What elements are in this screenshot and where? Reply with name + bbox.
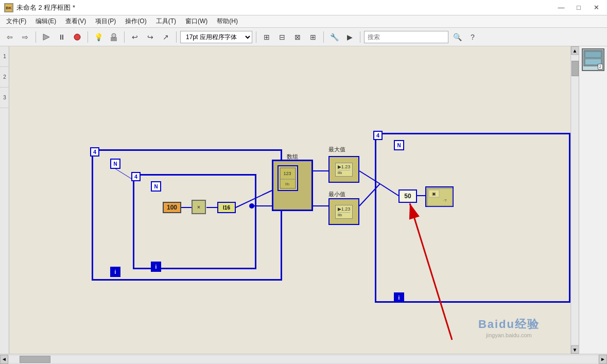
multiply-function[interactable]: × [192,200,206,214]
app-icon: BK [4,3,13,12]
distribute-button[interactable]: ⊟ [275,30,289,44]
right-loop-n-label: N [394,140,404,150]
step-out-button[interactable]: ↗ [159,30,172,44]
font-dropdown[interactable]: 17pt 应用程序字体 [180,31,252,43]
abort-button[interactable] [71,30,84,44]
tunnel-dot-inner [249,203,254,209]
scroll-left-arrow[interactable]: ◄ [0,355,8,364]
svg-rect-28 [585,51,601,58]
watermark-baidu: Baidu经验 [478,317,540,332]
svg-text:·?: ·? [443,198,447,203]
tool1-button[interactable]: 🔧 [327,30,341,44]
array-block[interactable]: 数组 123 Ilb [272,160,313,211]
numeric-constant-100[interactable]: 100 [163,202,181,213]
svg-marker-2 [43,34,49,40]
menubar: 文件(F) 编辑(E) 查看(V) 项目(P) 操作(O) 工具(T) 窗口(W… [0,15,607,28]
toolbar-separator-3 [124,31,125,43]
num-50-display: 50 [398,189,417,203]
svg-point-3 [74,34,80,40]
left-sidebar: 1 2 3 [0,46,9,354]
maximize-button[interactable]: □ [572,3,585,12]
resize-button[interactable]: ⊠ [291,30,304,44]
search-input[interactable] [364,31,448,43]
toolbar: ⇦ ⇨ ⏸ 💡 ↩ ↪ ↗ 17pt 应用程序字体 ⊞ ⊟ ⊠ ⊞ 🔧 ▶ 🔍 … [0,28,607,46]
svg-text:123: 123 [283,171,291,176]
bottom-scrollbar[interactable]: ◄ ► [0,354,607,364]
menu-view[interactable]: 查看(V) [61,16,90,27]
help-button[interactable]: ? [466,30,479,44]
window-controls: — □ ✕ [554,3,603,12]
diagram-canvas[interactable]: 4 N i 4 N i 100 × I16 [9,46,570,354]
toolbar-separator-7 [360,31,360,43]
scroll-thumb-vertical[interactable] [571,61,579,76]
forward-button[interactable]: ⇨ [19,30,32,44]
outer-loop-n-badge: 4 [90,147,99,157]
minimize-button[interactable]: — [554,3,568,12]
step-over-button[interactable]: ↪ [144,30,157,44]
scroll-right-arrow[interactable]: ► [599,355,607,364]
scroll-thumb-horizontal[interactable] [20,356,50,363]
order-button[interactable]: ⊞ [306,30,320,44]
max-label: 最大值 [328,146,345,153]
right-loop-i-badge: i [394,292,404,303]
watermark-url: jingyan.baidu.com [478,332,540,338]
scroll-track-horizontal[interactable] [9,356,598,363]
svg-text:▣: ▣ [432,192,436,196]
i16-indicator: I16 [217,202,236,213]
toolbar-separator-1 [36,31,36,43]
close-button[interactable]: ✕ [589,3,603,12]
pause-button[interactable]: ⏸ [55,30,68,44]
inner-loop-n-badge: 4 [131,172,141,181]
tool2-button[interactable]: ▶ [343,30,356,44]
menu-project[interactable]: 项目(P) [91,16,120,27]
inner-loop-n-label: N [151,181,161,192]
title-left: BK 未命名 2 程序框图 * [4,3,75,12]
titlebar: BK 未命名 2 程序框图 * — □ ✕ [0,0,607,15]
menu-operate[interactable]: 操作(O) [121,16,150,27]
menu-window[interactable]: 窗口(W) [181,16,212,27]
bulb-button[interactable]: 💡 [92,30,105,44]
svg-point-5 [112,33,116,38]
outer-loop-n-label: N [110,159,120,169]
max-block[interactable]: ▶1.23 Ilb [328,156,359,183]
array-label: 数组 [287,153,298,161]
sidebar-num-1: 1 [0,46,9,67]
scroll-track-vertical[interactable] [571,56,579,344]
toolbar-separator-2 [88,31,88,43]
min-block[interactable]: ▶1.23 Ilb [328,198,359,225]
toolbar-separator-5 [256,31,256,43]
toolbar-separator-6 [323,31,324,43]
back-button[interactable]: ⇦ [3,30,16,44]
outer-loop-i-badge: i [110,267,120,277]
right-loop-n-badge: 4 [373,131,383,140]
sidebar-num-2: 2 [0,67,9,88]
right-scrollbar[interactable]: ▲ ▼ [570,46,579,354]
menu-edit[interactable]: 编辑(E) [31,16,60,27]
menu-file[interactable]: 文件(F) [2,16,30,27]
sidebar-num-3: 3 [0,88,9,108]
probe-button[interactable] [107,30,120,44]
window-title: 未命名 2 程序框图 * [16,3,75,12]
search-button[interactable]: 🔍 [450,30,464,44]
scroll-up-arrow[interactable]: ▲ [571,46,579,55]
step-into-button[interactable]: ↩ [128,30,142,44]
run-button[interactable] [40,30,53,44]
svg-text:Ilb: Ilb [285,182,290,186]
thumb-badge: 2 [598,64,603,70]
right-outer-loop [375,133,570,303]
min-label: 最小值 [328,190,345,198]
scroll-down-arrow[interactable]: ▼ [571,345,579,354]
toolbar-separator-4 [176,31,177,43]
indicator-block[interactable]: ▣ ·? [425,186,454,207]
menu-help[interactable]: 帮助(H) [213,16,242,27]
inner-loop-i-badge: i [151,262,161,272]
svg-text:BK: BK [6,6,12,10]
vi-thumbnail[interactable]: 2 [582,48,604,71]
watermark: Baidu经验 jingyan.baidu.com [478,317,540,338]
right-panel: 2 [579,46,607,354]
menu-tools[interactable]: 工具(T) [152,16,180,27]
align-button[interactable]: ⊞ [260,30,273,44]
